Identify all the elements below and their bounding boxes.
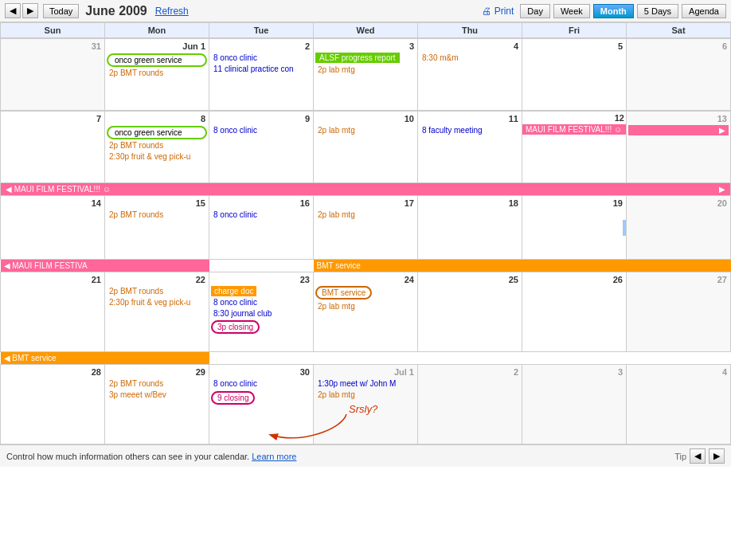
event-bmt-rounds[interactable]: 2p BMT rounds bbox=[107, 68, 207, 78]
day-cell-jun16[interactable]: 16 8 onco clinic bbox=[209, 196, 314, 260]
bmt-service-bar[interactable]: BMT service bbox=[314, 260, 731, 272]
maui-festival-start[interactable]: MAUI FILM FESTIVAL!!! ☺ bbox=[522, 124, 626, 135]
event-bmt-rounds-2[interactable]: 2p BMT rounds bbox=[107, 140, 207, 151]
day-cell-jun12[interactable]: 12 MAUI FILM FESTIVAL!!! ☺ bbox=[522, 112, 627, 183]
day-cell-jun5[interactable]: 5 bbox=[522, 39, 627, 111]
event-bmt-rounds-5[interactable]: 2p BMT rounds bbox=[107, 378, 207, 389]
today-button[interactable]: Today bbox=[43, 4, 79, 18]
event-fruit-veg[interactable]: 2:30p fruit & veg pick-u bbox=[107, 151, 207, 162]
event-lab-mtg[interactable]: 2p lab mtg bbox=[315, 65, 416, 75]
event-lab-mtg-3[interactable]: 2p lab mtg bbox=[315, 210, 416, 220]
maui-festival-cont[interactable]: ▶ bbox=[628, 125, 729, 135]
week-row-3-cells: 14 15 2p BMT rounds 16 8 onco clinic 17 … bbox=[1, 196, 731, 260]
day-cell-jun14[interactable]: 14 bbox=[1, 196, 105, 260]
bmt-service-bar-5[interactable]: ◀ BMT service bbox=[1, 352, 209, 364]
day-num: 28 bbox=[2, 366, 103, 378]
day-header-row: Sun Mon Tue Wed Thu Fri Sat bbox=[1, 23, 731, 38]
day-cell-jun11[interactable]: 11 8 faculty meeting bbox=[418, 112, 522, 183]
day-cell-jun25[interactable]: 25 bbox=[418, 272, 522, 352]
day-cell-jun13[interactable]: 13 ▶ bbox=[627, 112, 731, 183]
event-mm[interactable]: 8:30 m&m bbox=[420, 53, 520, 63]
onco-green-service-event-2[interactable]: onco green service bbox=[107, 126, 207, 139]
day-cell-jun17[interactable]: 17 2p lab mtg bbox=[314, 196, 418, 260]
day-cell-jun4[interactable]: 4 8:30 m&m bbox=[418, 39, 522, 111]
next-button[interactable]: ▶ bbox=[22, 3, 38, 18]
view-month[interactable]: Month bbox=[593, 4, 634, 18]
maui-week4[interactable]: ◀ MAUI FILM FESTIVA bbox=[1, 260, 105, 272]
day-cell-jun21[interactable]: 21 bbox=[1, 272, 105, 352]
day-cell-jun22[interactable]: 22 2p BMT rounds 2:30p fruit & veg pick-… bbox=[105, 272, 209, 352]
event-bmt-rounds-4[interactable]: 2p BMT rounds bbox=[107, 286, 207, 296]
day-num: 8 bbox=[107, 113, 207, 125]
day-cell-jul1[interactable]: Jul 1 1:30p meet w/ John M 2p lab mtg bbox=[314, 365, 418, 444]
day-cell-jun23[interactable]: 23 charge doc 8 onco clinic 8:30 journal… bbox=[209, 272, 314, 352]
day-cell-jun27[interactable]: 27 bbox=[627, 272, 731, 352]
day-cell-jun1[interactable]: Jun 1 onco green service 2p BMT rounds bbox=[105, 39, 209, 111]
maui-festival-week3[interactable]: ◀ MAUI FILM FESTIVAL!!! ☺ ▶ bbox=[1, 183, 730, 195]
day-num: 3 bbox=[524, 366, 624, 378]
day-cell-jun6[interactable]: 6 bbox=[627, 39, 731, 111]
header-fri: Fri bbox=[522, 23, 627, 38]
day-cell-jun24[interactable]: 24 BMT service 2p lab mtg bbox=[314, 272, 418, 352]
event-clinical-practice[interactable]: 11 clinical practice con bbox=[211, 64, 311, 74]
prev-button[interactable]: ◀ bbox=[5, 3, 21, 18]
empty-span-5 bbox=[209, 352, 731, 365]
day-cell-jul2[interactable]: 2 bbox=[418, 365, 522, 444]
event-onco-clinic-4[interactable]: 8 onco clinic bbox=[211, 297, 311, 307]
day-cell-jun29[interactable]: 29 2p BMT rounds 3p meeet w/Bev bbox=[105, 365, 209, 444]
event-onco-clinic-5[interactable]: 8 onco clinic bbox=[211, 378, 311, 389]
event-bmt-rounds-3[interactable]: 2p BMT rounds bbox=[107, 210, 207, 220]
view-day[interactable]: Day bbox=[520, 4, 550, 18]
closing-event-23[interactable]: 3p closing bbox=[211, 320, 260, 334]
day-cell-jun30[interactable]: 30 8 onco clinic 9 closing bbox=[209, 365, 314, 444]
day-cell-jun26[interactable]: 26 bbox=[522, 272, 627, 352]
day-cell-jun9[interactable]: 9 8 onco clinic bbox=[209, 112, 314, 183]
day-cell-jul4[interactable]: 4 bbox=[627, 365, 731, 444]
day-num: 17 bbox=[315, 198, 416, 210]
header-thu: Thu bbox=[418, 23, 522, 38]
view-5days[interactable]: 5 Days bbox=[637, 4, 678, 18]
event-onco-clinic-2[interactable]: 8 onco clinic bbox=[211, 125, 311, 135]
bmt-service-circle[interactable]: BMT service bbox=[315, 286, 372, 300]
day-cell-jun3[interactable]: 3 ALSF progress report 2p lab mtg bbox=[314, 39, 418, 111]
day-cell-jun19[interactable]: 19 bbox=[522, 196, 627, 260]
day-cell-may31[interactable]: 31 bbox=[1, 39, 105, 111]
day-num: 18 bbox=[420, 198, 520, 210]
event-lab-mtg-5[interactable]: 2p lab mtg bbox=[315, 390, 416, 400]
onco-green-service-event[interactable]: onco green service bbox=[107, 53, 207, 67]
day-num: 6 bbox=[628, 41, 729, 53]
week-row-2: 7 8 onco green service 2p BMT rounds 2:3… bbox=[1, 112, 731, 183]
day-num: 26 bbox=[524, 274, 624, 286]
event-journal-club[interactable]: 8:30 journal club bbox=[211, 308, 311, 319]
event-onco-clinic-3[interactable]: 8 onco clinic bbox=[211, 210, 311, 220]
day-cell-jun18[interactable]: 18 bbox=[418, 196, 522, 260]
day-cell-jun7[interactable]: 7 bbox=[1, 112, 105, 183]
day-cell-jun28[interactable]: 28 bbox=[1, 365, 105, 444]
event-onco-clinic[interactable]: 8 onco clinic bbox=[211, 53, 311, 63]
day-cell-jun2[interactable]: 2 8 onco clinic 11 clinical practice con bbox=[209, 39, 314, 111]
view-agenda[interactable]: Agenda bbox=[682, 4, 726, 18]
event-john-m[interactable]: 1:30p meet w/ John M bbox=[315, 378, 416, 389]
alsf-progress-event[interactable]: ALSF progress report bbox=[315, 53, 400, 63]
print-link[interactable]: 🖨 Print bbox=[482, 6, 514, 17]
event-lab-mtg-2[interactable]: 2p lab mtg bbox=[315, 125, 416, 135]
event-fruit-veg-2[interactable]: 2:30p fruit & veg pick-u bbox=[107, 297, 207, 307]
tip-next[interactable]: ▶ bbox=[709, 448, 725, 464]
tip-prev[interactable]: ◀ bbox=[690, 448, 706, 464]
day-cell-jul3[interactable]: 3 bbox=[522, 365, 627, 444]
charge-doc-event[interactable]: charge doc bbox=[211, 286, 256, 296]
day-cell-jun10[interactable]: 10 2p lab mtg bbox=[314, 112, 418, 183]
footer-learn-more[interactable]: Learn more bbox=[252, 452, 296, 461]
event-bev[interactable]: 3p meeet w/Bev bbox=[107, 390, 207, 400]
day-cell-jun20[interactable]: 20 bbox=[627, 196, 731, 260]
tip-label: Tip bbox=[674, 452, 686, 461]
day-num: 21 bbox=[2, 274, 103, 286]
refresh-link[interactable]: Refresh bbox=[155, 6, 189, 17]
view-week[interactable]: Week bbox=[553, 4, 590, 18]
day-cell-jun15[interactable]: 15 2p BMT rounds bbox=[105, 196, 209, 260]
event-lab-mtg-4[interactable]: 2p lab mtg bbox=[315, 301, 416, 311]
event-faculty[interactable]: 8 faculty meeting bbox=[420, 125, 520, 135]
day-cell-jun8[interactable]: 8 onco green service 2p BMT rounds 2:30p… bbox=[105, 112, 209, 183]
closing-event-30[interactable]: 9 closing bbox=[211, 391, 255, 405]
footer-text: Control how much information others can … bbox=[6, 452, 296, 461]
